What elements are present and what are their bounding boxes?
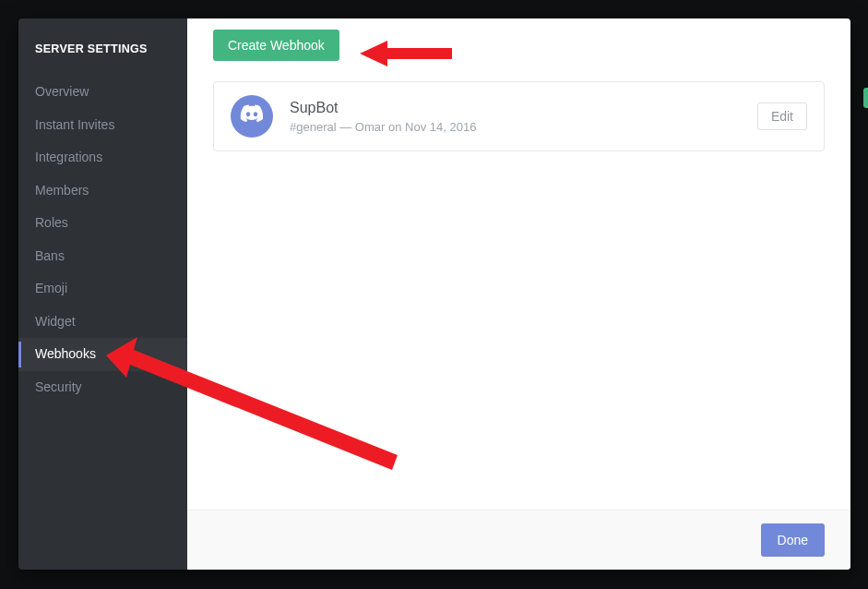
sidebar-item-security[interactable]: Security bbox=[18, 371, 187, 404]
main-panel: Create Webhook SupBot #general — Omar on… bbox=[187, 18, 850, 570]
sidebar-item-integrations[interactable]: Integrations bbox=[18, 141, 187, 174]
edit-webhook-button[interactable]: Edit bbox=[757, 102, 807, 130]
webhook-subtext: #general — Omar on Nov 14, 2016 bbox=[290, 120, 757, 134]
sidebar-item-webhooks[interactable]: Webhooks bbox=[18, 338, 187, 371]
webhook-detail: Omar on Nov 14, 2016 bbox=[355, 120, 477, 134]
create-webhook-button[interactable]: Create Webhook bbox=[213, 30, 339, 61]
sidebar-item-label: Emoji bbox=[35, 281, 67, 295]
sidebar-item-label: Webhooks bbox=[35, 346, 96, 361]
sidebar-item-label: Roles bbox=[35, 215, 68, 230]
sidebar-item-instant-invites[interactable]: Instant Invites bbox=[18, 109, 187, 142]
sidebar-item-members[interactable]: Members bbox=[18, 174, 187, 208]
sidebar-item-label: Widget bbox=[35, 314, 76, 329]
done-button[interactable]: Done bbox=[761, 523, 825, 557]
sidebar-item-label: Security bbox=[35, 379, 82, 394]
sidebar-item-label: Bans bbox=[35, 248, 65, 263]
sidebar-item-overview[interactable]: Overview bbox=[18, 76, 187, 109]
sidebar-item-label: Members bbox=[35, 183, 89, 198]
sidebar-header: SERVER SETTINGS bbox=[18, 18, 187, 76]
modal-footer: Done bbox=[187, 510, 850, 570]
discord-logo-icon bbox=[239, 102, 265, 131]
sidebar: SERVER SETTINGS Overview Instant Invites… bbox=[18, 18, 187, 570]
sidebar-item-emoji[interactable]: Emoji bbox=[18, 272, 187, 306]
sidebar-item-bans[interactable]: Bans bbox=[18, 240, 187, 273]
webhook-row: SupBot #general — Omar on Nov 14, 2016 E… bbox=[213, 81, 825, 151]
sidebar-item-label: Overview bbox=[35, 84, 89, 99]
webhook-avatar bbox=[231, 95, 273, 138]
sidebar-item-roles[interactable]: Roles bbox=[18, 207, 187, 240]
webhook-meta: SupBot #general — Omar on Nov 14, 2016 bbox=[290, 99, 757, 134]
server-settings-modal: SERVER SETTINGS Overview Instant Invites… bbox=[18, 18, 850, 570]
webhook-channel: #general bbox=[290, 120, 337, 134]
main-body: Create Webhook SupBot #general — Omar on… bbox=[187, 18, 850, 510]
webhook-name: SupBot bbox=[290, 99, 757, 116]
sidebar-item-label: Instant Invites bbox=[35, 117, 114, 132]
partial-offscreen-indicator bbox=[863, 88, 868, 108]
sidebar-item-widget[interactable]: Widget bbox=[18, 306, 187, 339]
webhook-separator: — bbox=[339, 120, 351, 134]
sidebar-item-label: Integrations bbox=[35, 150, 102, 164]
